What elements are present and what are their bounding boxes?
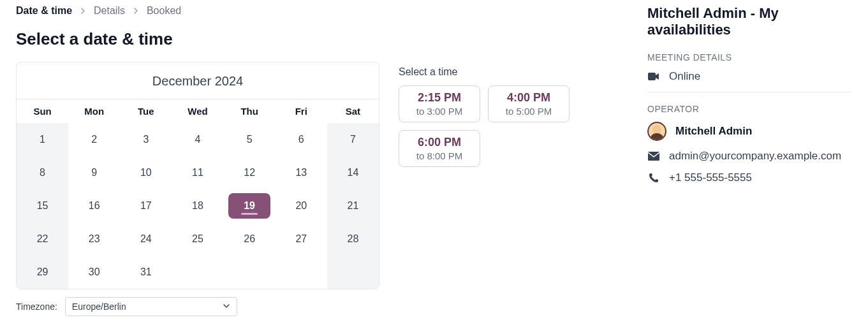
- chevron-right-icon: [133, 8, 139, 14]
- calendar: December 2024 SunMonTueWedThuFriSat 1234…: [16, 62, 379, 289]
- meeting-location-row: Online: [647, 70, 852, 83]
- time-slot-list: 2:15 PMto 3:00 PM4:00 PMto 5:00 PM6:00 P…: [399, 85, 628, 167]
- chevron-right-icon: [80, 8, 86, 14]
- chevron-down-icon: [223, 302, 230, 312]
- breadcrumb: Date & timeDetailsBooked: [16, 5, 379, 17]
- svg-rect-0: [648, 73, 656, 80]
- calendar-weekday: Mon: [68, 99, 120, 123]
- calendar-day[interactable]: 13: [276, 156, 327, 189]
- calendar-empty-cell: [327, 256, 379, 289]
- calendar-day[interactable]: 27: [276, 222, 327, 256]
- operator-name: Mitchell Admin: [675, 125, 752, 138]
- calendar-grid: 1234567891011121314151617181920212223242…: [17, 123, 379, 289]
- breadcrumb-item[interactable]: Date & time: [16, 5, 72, 17]
- calendar-day[interactable]: 28: [327, 222, 379, 256]
- operator-row: Mitchell Admin: [647, 122, 852, 141]
- time-slot[interactable]: 2:15 PMto 3:00 PM: [399, 85, 480, 122]
- slot-start: 6:00 PM: [412, 136, 467, 149]
- calendar-day[interactable]: 8: [17, 156, 68, 189]
- page-title: Select a date & time: [16, 29, 379, 49]
- calendar-day[interactable]: 19: [224, 189, 276, 222]
- timezone-label: Timezone:: [16, 302, 57, 312]
- calendar-day[interactable]: 12: [224, 156, 276, 189]
- slot-end: to 3:00 PM: [412, 106, 467, 117]
- operator-phone-row: +1 555-555-5555: [647, 171, 852, 184]
- calendar-day[interactable]: 24: [120, 222, 172, 256]
- slot-end: to 8:00 PM: [412, 150, 467, 161]
- calendar-day[interactable]: 9: [68, 156, 120, 189]
- breadcrumb-item[interactable]: Booked: [147, 5, 181, 17]
- calendar-day[interactable]: 20: [276, 189, 327, 222]
- calendar-empty-cell: [172, 256, 223, 289]
- operator-label: OPERATOR: [647, 104, 852, 114]
- phone-icon: [647, 173, 660, 183]
- calendar-weekday: Wed: [172, 99, 223, 123]
- calendar-day[interactable]: 5: [224, 123, 276, 156]
- calendar-empty-cell: [276, 256, 327, 289]
- calendar-weekday: Sun: [17, 99, 68, 123]
- calendar-day[interactable]: 11: [172, 156, 223, 189]
- calendar-day[interactable]: 7: [327, 123, 379, 156]
- calendar-day[interactable]: 4: [172, 123, 223, 156]
- operator-email-row: admin@yourcompany.example.com: [647, 150, 852, 163]
- calendar-day[interactable]: 15: [17, 189, 68, 222]
- calendar-day[interactable]: 2: [68, 123, 120, 156]
- calendar-day[interactable]: 6: [276, 123, 327, 156]
- calendar-day[interactable]: 29: [17, 256, 68, 289]
- select-time-heading: Select a time: [399, 66, 628, 78]
- meeting-location-value: Online: [669, 70, 700, 83]
- calendar-day[interactable]: 14: [327, 156, 379, 189]
- time-slot[interactable]: 4:00 PMto 5:00 PM: [488, 85, 570, 122]
- calendar-weekday-row: SunMonTueWedThuFriSat: [17, 99, 379, 123]
- calendar-day[interactable]: 18: [172, 189, 223, 222]
- calendar-day[interactable]: 25: [172, 222, 223, 256]
- operator-phone-value: +1 555-555-5555: [669, 171, 752, 184]
- calendar-day[interactable]: 21: [327, 189, 379, 222]
- calendar-day[interactable]: 3: [120, 123, 172, 156]
- avatar: [647, 122, 666, 141]
- meeting-details-label: MEETING DETAILS: [647, 52, 852, 62]
- timezone-row: Timezone: Europe/Berlin: [16, 297, 379, 316]
- timezone-value: Europe/Berlin: [72, 302, 126, 312]
- timezone-select[interactable]: Europe/Berlin: [65, 297, 237, 316]
- operator-email-value: admin@yourcompany.example.com: [669, 150, 841, 163]
- calendar-day[interactable]: 30: [68, 256, 120, 289]
- calendar-empty-cell: [224, 256, 276, 289]
- calendar-day[interactable]: 16: [68, 189, 120, 222]
- side-title: Mitchell Admin - My availabilities: [647, 5, 852, 38]
- calendar-day[interactable]: 23: [68, 222, 120, 256]
- slot-start: 2:15 PM: [412, 91, 467, 105]
- envelope-icon: [647, 152, 660, 161]
- calendar-weekday: Tue: [120, 99, 172, 123]
- calendar-weekday: Fri: [276, 99, 327, 123]
- divider: [647, 92, 852, 92]
- calendar-day[interactable]: 10: [120, 156, 172, 189]
- calendar-day[interactable]: 1: [17, 123, 68, 156]
- calendar-day[interactable]: 31: [120, 256, 172, 289]
- slot-start: 4:00 PM: [501, 91, 556, 105]
- video-camera-icon: [647, 72, 660, 81]
- slot-end: to 5:00 PM: [501, 106, 556, 117]
- svg-rect-1: [648, 152, 659, 161]
- breadcrumb-item[interactable]: Details: [94, 5, 125, 17]
- calendar-day[interactable]: 17: [120, 189, 172, 222]
- calendar-month-label: December 2024: [17, 62, 379, 99]
- calendar-day[interactable]: 22: [17, 222, 68, 256]
- calendar-day[interactable]: 26: [224, 222, 276, 256]
- calendar-weekday: Sat: [327, 99, 379, 123]
- calendar-weekday: Thu: [224, 99, 276, 123]
- time-slot[interactable]: 6:00 PMto 8:00 PM: [399, 130, 480, 167]
